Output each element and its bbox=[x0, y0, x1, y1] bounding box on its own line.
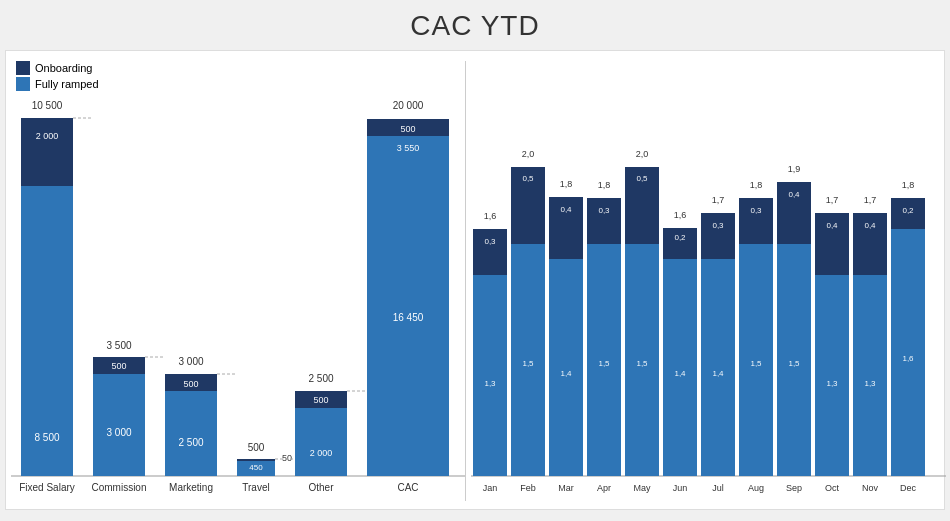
svg-text:0,2: 0,2 bbox=[675, 233, 687, 242]
svg-text:1,6: 1,6 bbox=[903, 354, 915, 363]
svg-text:1,8: 1,8 bbox=[598, 180, 611, 190]
marketing-blue bbox=[165, 391, 217, 476]
svg-rect-69 bbox=[701, 213, 735, 259]
svg-text:50: 50 bbox=[282, 453, 292, 463]
svg-text:May: May bbox=[634, 483, 652, 493]
svg-text:20 000: 20 000 bbox=[393, 100, 424, 111]
travel-dark bbox=[237, 459, 275, 461]
svg-text:500: 500 bbox=[111, 361, 126, 371]
svg-text:Jul: Jul bbox=[712, 483, 724, 493]
svg-text:1,7: 1,7 bbox=[864, 195, 877, 205]
svg-text:2 000: 2 000 bbox=[310, 448, 333, 458]
svg-text:2 000: 2 000 bbox=[36, 131, 59, 141]
svg-text:0,3: 0,3 bbox=[485, 237, 497, 246]
svg-text:1,5: 1,5 bbox=[599, 359, 611, 368]
svg-rect-32 bbox=[473, 275, 507, 476]
svg-text:0,2: 0,2 bbox=[903, 206, 915, 215]
svg-text:1,6: 1,6 bbox=[484, 211, 497, 221]
svg-text:1,4: 1,4 bbox=[713, 369, 725, 378]
svg-text:2 500: 2 500 bbox=[178, 437, 203, 448]
svg-text:Travel: Travel bbox=[242, 482, 269, 493]
svg-text:500: 500 bbox=[400, 124, 415, 134]
svg-text:0,5: 0,5 bbox=[523, 174, 535, 183]
svg-text:1,7: 1,7 bbox=[712, 195, 725, 205]
svg-rect-51 bbox=[587, 198, 621, 244]
svg-text:3 500: 3 500 bbox=[106, 340, 131, 351]
waterfall-svg: 10 500 2 000 8 500 Fixed Salary 3 500 50… bbox=[11, 71, 466, 501]
svg-text:2,0: 2,0 bbox=[522, 149, 535, 159]
svg-text:1,8: 1,8 bbox=[902, 180, 915, 190]
monthly-svg: 1,6 0,3 1,3 Jan 2,0 0,5 1,5 Feb 1,8 0,4 … bbox=[471, 71, 946, 501]
svg-text:450: 450 bbox=[249, 463, 263, 472]
other-blue bbox=[295, 408, 347, 476]
svg-text:1,9: 1,9 bbox=[788, 164, 801, 174]
svg-text:1,8: 1,8 bbox=[750, 180, 763, 190]
svg-text:Dec: Dec bbox=[900, 483, 917, 493]
left-chart: Onboarding Fully ramped 10 500 2 000 8 5… bbox=[11, 61, 465, 501]
chart-title: CAC YTD bbox=[410, 10, 539, 42]
svg-text:Nov: Nov bbox=[862, 483, 879, 493]
svg-text:1,8: 1,8 bbox=[560, 179, 573, 189]
svg-text:8 500: 8 500 bbox=[34, 432, 59, 443]
svg-text:16 450: 16 450 bbox=[393, 312, 424, 323]
svg-text:Aug: Aug bbox=[748, 483, 764, 493]
svg-rect-62 bbox=[663, 259, 697, 476]
svg-text:2 500: 2 500 bbox=[308, 373, 333, 384]
svg-text:Jun: Jun bbox=[673, 483, 688, 493]
svg-text:1,4: 1,4 bbox=[675, 369, 687, 378]
main-container: CAC YTD Onboarding Fully ramped bbox=[0, 0, 950, 521]
svg-text:10 500: 10 500 bbox=[32, 100, 63, 111]
svg-text:0,4: 0,4 bbox=[827, 221, 839, 230]
svg-text:Other: Other bbox=[308, 482, 334, 493]
svg-text:1,5: 1,5 bbox=[789, 359, 801, 368]
svg-text:3 550: 3 550 bbox=[397, 143, 420, 153]
svg-text:Commission: Commission bbox=[91, 482, 146, 493]
svg-text:0,3: 0,3 bbox=[751, 206, 763, 215]
svg-text:Mar: Mar bbox=[558, 483, 574, 493]
svg-text:Sep: Sep bbox=[786, 483, 802, 493]
svg-text:1,3: 1,3 bbox=[865, 379, 877, 388]
svg-text:0,4: 0,4 bbox=[789, 190, 801, 199]
svg-text:0,4: 0,4 bbox=[865, 221, 877, 230]
svg-text:0,3: 0,3 bbox=[713, 221, 725, 230]
commission-blue bbox=[93, 374, 145, 476]
svg-rect-44 bbox=[549, 259, 583, 476]
svg-text:0,4: 0,4 bbox=[561, 205, 573, 214]
svg-rect-75 bbox=[739, 198, 773, 244]
svg-text:1,3: 1,3 bbox=[827, 379, 839, 388]
svg-text:1,5: 1,5 bbox=[637, 359, 649, 368]
svg-text:1,3: 1,3 bbox=[485, 379, 497, 388]
svg-text:3 000: 3 000 bbox=[106, 427, 131, 438]
svg-text:Jan: Jan bbox=[483, 483, 498, 493]
svg-text:Fixed Salary: Fixed Salary bbox=[19, 482, 75, 493]
svg-text:0,3: 0,3 bbox=[599, 206, 611, 215]
svg-rect-92 bbox=[853, 275, 887, 476]
svg-text:1,6: 1,6 bbox=[674, 210, 687, 220]
svg-text:500: 500 bbox=[313, 395, 328, 405]
svg-rect-68 bbox=[701, 259, 735, 476]
svg-text:Oct: Oct bbox=[825, 483, 840, 493]
svg-rect-33 bbox=[473, 229, 507, 275]
svg-rect-86 bbox=[815, 275, 849, 476]
svg-text:1,4: 1,4 bbox=[561, 369, 573, 378]
charts-area: Onboarding Fully ramped 10 500 2 000 8 5… bbox=[5, 50, 945, 510]
fixed-salary-dark bbox=[21, 118, 73, 186]
svg-text:3 000: 3 000 bbox=[178, 356, 203, 367]
svg-text:0,5: 0,5 bbox=[637, 174, 649, 183]
svg-text:CAC: CAC bbox=[397, 482, 418, 493]
svg-text:1,7: 1,7 bbox=[826, 195, 839, 205]
svg-rect-98 bbox=[891, 229, 925, 476]
cac-blue bbox=[367, 136, 449, 476]
svg-text:500: 500 bbox=[248, 442, 265, 453]
svg-text:500: 500 bbox=[183, 379, 198, 389]
svg-text:Apr: Apr bbox=[597, 483, 611, 493]
right-chart: 1,6 0,3 1,3 Jan 2,0 0,5 1,5 Feb 1,8 0,4 … bbox=[465, 61, 939, 501]
svg-text:1,5: 1,5 bbox=[523, 359, 535, 368]
svg-text:1,5: 1,5 bbox=[751, 359, 763, 368]
svg-text:Feb: Feb bbox=[520, 483, 536, 493]
svg-text:2,0: 2,0 bbox=[636, 149, 649, 159]
svg-text:Marketing: Marketing bbox=[169, 482, 213, 493]
